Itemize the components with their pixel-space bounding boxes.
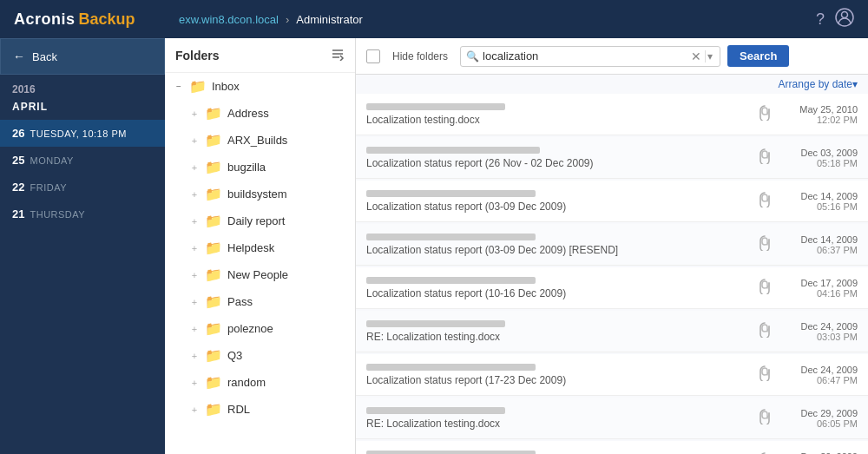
folder-name-new-people: New People — [227, 268, 288, 281]
file-date-value: Dec 30, 2009 — [779, 451, 858, 455]
file-time-value: 05:16 PM — [779, 201, 858, 212]
folder-icon-daily: 📁 — [205, 213, 222, 229]
folder-item-pass[interactable]: + 📁 Pass — [165, 288, 355, 315]
file-sender-bar — [366, 190, 536, 197]
back-button[interactable]: ← Back — [0, 38, 165, 75]
file-time-value: 05:18 PM — [779, 158, 858, 168]
folder-item-inbox[interactable]: − 📁 Inbox — [165, 73, 355, 100]
back-label: Back — [32, 50, 57, 63]
search-clear-icon[interactable]: ✕ — [689, 49, 703, 63]
folder-item-q3[interactable]: + 📁 Q3 — [165, 342, 355, 369]
file-date: Dec 30, 2009 06:50 PM — [779, 451, 858, 455]
folder-item-rdl[interactable]: + 📁 RDL — [165, 396, 355, 423]
file-sender-bar — [366, 407, 505, 414]
content-panel: Folders − 📁 Inbox + 📁 Address + — [165, 38, 868, 454]
file-time-value: 12:02 PM — [779, 115, 858, 125]
folder-expand-icon-helpdesk: + — [189, 243, 200, 253]
folder-collapse-icon: − — [174, 82, 184, 91]
logo-area: Acronis Backup — [14, 10, 179, 29]
back-arrow-icon: ← — [13, 49, 25, 63]
user-icon[interactable] — [835, 8, 854, 31]
folder-item-poleznoe[interactable]: + 📁 poleznoe — [165, 315, 355, 342]
hide-folders-button[interactable]: Hide folders — [387, 49, 453, 64]
file-sender-bar — [366, 103, 505, 110]
folder-item-random[interactable]: + 📁 random — [165, 369, 355, 396]
breadcrumb-separator: › — [286, 13, 289, 26]
folder-name-helpdesk: Helpdesk — [227, 241, 274, 254]
folder-name-address: Address — [227, 107, 269, 120]
file-date-value: Dec 17, 2009 — [779, 278, 858, 288]
file-item[interactable]: Localization status report (26 Nov - 02 … — [356, 137, 868, 179]
folder-name-daily: Daily report — [227, 214, 285, 227]
folder-icon-pass: 📁 — [205, 293, 222, 310]
folder-name-random: random — [227, 376, 266, 389]
date-day-25: MONDAY — [30, 155, 73, 166]
folder-item-arx[interactable]: + 📁 ARX_Builds — [165, 127, 355, 154]
breadcrumb-current: Administrator — [296, 13, 363, 26]
attachment-icon — [759, 192, 771, 210]
file-content: Localization status report (24-29 Dec 20… — [366, 445, 750, 455]
year-label: 2016 — [0, 75, 165, 99]
folder-item-new-people[interactable]: + 📁 New People — [165, 261, 355, 288]
file-item[interactable]: Localization status report (03-09 Dec 20… — [356, 181, 868, 222]
file-item[interactable]: Localization status report (10-16 Dec 20… — [356, 267, 868, 309]
file-content: Localization status report (17-23 Dec 20… — [366, 359, 750, 391]
folder-item-address[interactable]: + 📁 Address — [165, 100, 355, 127]
select-all-checkbox[interactable] — [366, 49, 380, 63]
folder-icon-random: 📁 — [205, 374, 222, 391]
file-date: Dec 29, 2009 06:05 PM — [779, 408, 858, 429]
file-content: Localization status report (03-09 Dec 20… — [366, 228, 750, 261]
breadcrumb: exw.win8.dcon.local › Administrator — [179, 13, 816, 26]
date-num-21: 21 — [12, 207, 24, 220]
file-item[interactable]: Localization status report (24-29 Dec 20… — [356, 441, 868, 454]
search-button[interactable]: Search — [727, 45, 789, 67]
file-name: Localization status report (17-23 Dec 20… — [366, 374, 750, 386]
file-item[interactable]: Localization status report (03-09 Dec 20… — [356, 224, 868, 266]
main-layout: ← Back 2016 APRIL 26 TUESDAY, 10:18 PM 2… — [0, 38, 868, 454]
folder-expand-icon-q3: + — [189, 351, 200, 361]
search-dropdown-icon[interactable]: ▾ — [705, 50, 714, 63]
folder-item-bugzilla[interactable]: + 📁 bugzilla — [165, 154, 355, 181]
folder-expand-icon-pass: + — [189, 297, 200, 307]
app-header: Acronis Backup exw.win8.dcon.local › Adm… — [0, 0, 868, 38]
help-icon[interactable]: ? — [816, 10, 825, 29]
file-date: May 25, 2010 12:02 PM — [779, 104, 858, 125]
date-item-25[interactable]: 25 MONDAY — [0, 147, 165, 174]
date-num-26: 26 — [12, 127, 24, 140]
file-item[interactable]: Localization testing.docx May 25, 2010 1… — [356, 94, 868, 135]
arrange-bar[interactable]: Arrange by date ▾ — [356, 75, 868, 94]
file-time-value: 04:16 PM — [779, 288, 858, 299]
header-icons: ? — [816, 8, 854, 31]
attachment-icon — [759, 365, 771, 384]
folder-name-poleznoe: poleznoe — [227, 322, 273, 335]
folder-expand-icon-poleznoe: + — [189, 324, 200, 334]
folder-list: − 📁 Inbox + 📁 Address + 📁 ARX_Builds + 📁 — [165, 73, 355, 454]
folder-icon-rdl: 📁 — [205, 401, 222, 418]
month-label: APRIL — [0, 99, 165, 120]
file-item[interactable]: RE: Localization testing.docx Dec 24, 20… — [356, 311, 868, 352]
folder-item-helpdesk[interactable]: + 📁 Helpdesk — [165, 234, 355, 261]
file-name: Localization status report (10-16 Dec 20… — [366, 287, 750, 299]
file-time-value: 06:37 PM — [779, 245, 858, 255]
folders-sort-icon[interactable] — [331, 47, 345, 63]
folder-icon-helpdesk: 📁 — [205, 240, 222, 256]
file-sender-bar — [366, 320, 505, 327]
file-date-value: Dec 29, 2009 — [779, 408, 858, 418]
search-input[interactable] — [483, 49, 689, 63]
folders-pane: Folders − 📁 Inbox + 📁 Address + — [165, 38, 356, 454]
breadcrumb-server[interactable]: exw.win8.dcon.local — [179, 13, 279, 26]
file-content: Localization testing.docx — [366, 98, 750, 131]
file-content: RE: Localization testing.docx — [366, 315, 750, 348]
folder-expand-icon-daily: + — [189, 216, 200, 227]
date-item-26[interactable]: 26 TUESDAY, 10:18 PM — [0, 120, 165, 147]
files-toolbar: Hide folders 🔍 ✕ ▾ Search — [356, 38, 868, 75]
attachment-icon — [759, 235, 771, 253]
folder-name-buildsystem: buildsystem — [227, 188, 287, 201]
date-item-21[interactable]: 21 THURSDAY — [0, 201, 165, 227]
folder-item-buildsystem[interactable]: + 📁 buildsystem — [165, 181, 355, 207]
date-day-26: TUESDAY, 10:18 PM — [30, 128, 126, 139]
file-item[interactable]: RE: Localization testing.docx Dec 29, 20… — [356, 398, 868, 439]
folder-item-daily-report[interactable]: + 📁 Daily report — [165, 207, 355, 234]
file-item[interactable]: Localization status report (17-23 Dec 20… — [356, 354, 868, 396]
date-item-22[interactable]: 22 FRIDAY — [0, 174, 165, 201]
